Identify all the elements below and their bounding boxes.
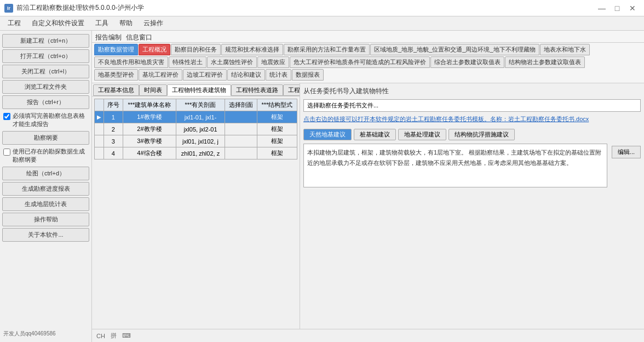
inner-tab-schedule[interactable]: 时间表 xyxy=(139,84,167,96)
tab-corrosion[interactable]: 水土腐蚀性评价 xyxy=(207,56,257,68)
row-section: jxl01, jxl102, j xyxy=(176,135,225,147)
tab-risk[interactable]: 危大工程评价和地质条件可能造成的工程风险评价 xyxy=(290,56,430,68)
file-select-display[interactable]: 选择勘察任务委托书文件... xyxy=(303,99,641,112)
rec-tab-anti-float[interactable]: 结构物抗浮措施建议 xyxy=(449,129,515,140)
building-properties-table: 序号 ***建筑单体名称 ***有关剖面 选择剖面 ***结构型式 ▶ 1 1#… xyxy=(94,99,297,159)
row-name: 4#综合楼 xyxy=(123,147,176,159)
edit-button[interactable]: 编辑... xyxy=(612,146,641,158)
tab-foundation-type[interactable]: 地基类型评价 xyxy=(94,69,138,81)
menu-item-settings[interactable]: 自定义和软件设置 xyxy=(26,18,90,30)
row-struct: 框架 xyxy=(257,111,297,123)
tab-data-report[interactable]: 数据报表 xyxy=(292,69,324,81)
encoding-label: CH xyxy=(96,333,105,339)
tab-foundation-pit[interactable]: 基坑工程评价 xyxy=(139,69,182,81)
tabs-container: 勘察数据管理 工程概况 勘察目的和任务 规范和技术标准选择 勘察采用的方法和工作… xyxy=(92,43,644,83)
tab-slope[interactable]: 边坡工程评价 xyxy=(183,69,227,81)
row-struct: 框架 xyxy=(257,147,297,159)
input-mode-label: 拼 xyxy=(111,332,117,340)
inner-tab-bridge-props[interactable]: 工程特性表桥梁 xyxy=(283,84,300,96)
inner-tab-building-props[interactable]: 工程物特性表建筑物 xyxy=(167,84,231,96)
row-num: 4 xyxy=(104,147,123,159)
keyboard-icon: ⌨ xyxy=(122,332,131,339)
col-struct-header: ***结构型式 xyxy=(257,99,297,111)
tab-bad-geology[interactable]: 不良地质作用和地质灾害 xyxy=(94,56,168,68)
window-controls: — □ ✕ xyxy=(595,3,640,14)
tab-conclusion[interactable]: 结论和建议 xyxy=(227,69,265,81)
col-name-header: ***建筑单体名称 xyxy=(123,99,176,111)
menu-item-tools[interactable]: 工具 xyxy=(90,18,114,30)
tab-surface-water[interactable]: 地表水和地下水 xyxy=(540,44,590,55)
main-layout: 新建工程（ctrl+n） 打开工程（ctrl+o） 关闭工程（ctrl+l） 浏… xyxy=(0,31,644,342)
template-link[interactable]: 点击右边的链接可以打开本软件规定的岩土工程勘察任务委托书模板。名称：岩土工程勘察… xyxy=(303,115,641,123)
browse-folder-button[interactable]: 浏览工程文件夹 xyxy=(2,80,89,94)
table-row[interactable]: 3 3#教学楼 jxl01, jxl102, j 框架 xyxy=(95,135,297,147)
minimize-button[interactable]: — xyxy=(595,3,609,14)
open-project-button[interactable]: 打开工程（ctrl+o） xyxy=(2,49,89,63)
report-notice-checkbox[interactable]: 必须填写完善勘察信息表格才能生成报告 xyxy=(2,111,89,129)
tab-statistics[interactable]: 统计表 xyxy=(266,69,291,81)
tab-soil-params[interactable]: 综合岩土参数建议取值表 xyxy=(430,56,504,68)
menu-item-project[interactable]: 工程 xyxy=(2,18,26,30)
progress-report-button[interactable]: 生成勘察进度报表 xyxy=(2,182,89,196)
tab-special-soil[interactable]: 特殊性岩土 xyxy=(169,56,206,68)
tab-seismic[interactable]: 地震效应 xyxy=(257,56,289,68)
tab-regional-geology[interactable]: 区域地质_地形_地貌_位置和交通_周边环境_地下不利理藏物 xyxy=(370,44,539,55)
new-project-button[interactable]: 新建工程（ctrl+n） xyxy=(2,34,89,48)
about-button[interactable]: 关于本软件... xyxy=(2,228,89,242)
row-name: 2#教学楼 xyxy=(123,123,176,135)
table-row[interactable]: 2 2#教学楼 jxl05, jxl2-01 框架 xyxy=(95,123,297,135)
tab-row-1: 勘察数据管理 工程概况 勘察目的和任务 规范和技术标准选择 勘察采用的方法和工作… xyxy=(94,44,642,55)
sidebar: 新建工程（ctrl+n） 打开工程（ctrl+o） 关闭工程（ctrl+l） 浏… xyxy=(0,31,92,342)
dev-info: 开发人员qq40469586 xyxy=(2,329,89,339)
maximize-button[interactable]: □ xyxy=(610,3,624,14)
row-struct: 框架 xyxy=(257,123,297,135)
row-num: 2 xyxy=(104,123,123,135)
col-arrow-header xyxy=(95,99,104,111)
table-row[interactable]: 4 4#综合楼 zhl01, zhl02, z 框架 xyxy=(95,147,297,159)
app-icon: Ir xyxy=(4,4,13,13)
help-button[interactable]: 操作帮助 xyxy=(2,213,89,226)
row-num: 1 xyxy=(104,111,123,123)
strata-stats-button[interactable]: 生成地层统计表 xyxy=(2,197,89,211)
inner-tab-road-props[interactable]: 工程特性表道路 xyxy=(231,84,283,96)
rec-content-area: 本拟建物为层建筑，框架，建筑物荷载较大，有1层地下室。 根据勘察结果，主建筑场地… xyxy=(303,144,641,187)
recommendation-tabs: 天然地基建议 桩基础建议 地基处理建议 结构物抗浮措施建议 xyxy=(303,129,641,140)
rec-tab-pile-foundation[interactable]: 桩基础建议 xyxy=(354,129,396,140)
tab-project-overview[interactable]: 工程概况 xyxy=(139,44,170,55)
tab-data-management[interactable]: 勘察数据管理 xyxy=(94,44,138,55)
data-table-container: 序号 ***建筑单体名称 ***有关剖面 选择剖面 ***结构型式 ▶ 1 1#… xyxy=(92,96,300,329)
menu-item-help[interactable]: 帮助 xyxy=(114,18,138,30)
inner-tab-basic-info[interactable]: 工程基本信息 xyxy=(93,84,139,96)
content-area: 报告编制 信息窗口 勘察数据管理 工程概况 勘察目的和任务 规范和技术标准选择 … xyxy=(92,31,644,342)
tab-structure-params[interactable]: 结构物岩土参数建议取值表 xyxy=(505,56,585,68)
close-project-button[interactable]: 关闭工程（ctrl+l） xyxy=(2,65,89,78)
rec-tab-ground-treatment[interactable]: 地基处理建议 xyxy=(398,129,446,140)
rec-tab-natural-foundation[interactable]: 天然地基建议 xyxy=(303,129,352,140)
table-row[interactable]: ▶ 1 1#教学楼 jxl1-01, jxl1- 框架 xyxy=(95,111,297,123)
use-existing-data-checkbox[interactable]: 使用已存在的勘探数据生成勘察纲要 xyxy=(2,146,89,165)
use-existing-data-label: 使用已存在的勘探数据生成勘察纲要 xyxy=(13,147,88,164)
tab-standards[interactable]: 规范和技术标准选择 xyxy=(221,44,283,55)
tab-row-3: 地基类型评价 基坑工程评价 边坡工程评价 结论和建议 统计表 数据报表 xyxy=(94,69,642,81)
right-panel: 从任务委托书导入建筑物特性 选择勘察任务委托书文件... 点击右边的链接可以打开… xyxy=(300,83,644,329)
tab-methods[interactable]: 勘察采用的方法和工作量布置 xyxy=(284,44,370,55)
file-select-row: 选择勘察任务委托书文件... xyxy=(303,99,641,112)
window-title: 前沿工程勘察数据处理软件5.0.0.0-泸州小学 xyxy=(16,3,144,13)
drawing-button[interactable]: 绘图（ctrl+d） xyxy=(2,167,89,180)
survey-outline-button[interactable]: 勘察纲要 xyxy=(2,131,89,145)
row-arrow xyxy=(95,147,104,159)
row-selected xyxy=(225,135,257,147)
title-bar: Ir 前沿工程勘察数据处理软件5.0.0.0-泸州小学 — □ ✕ xyxy=(0,0,644,16)
row-arrow xyxy=(95,123,104,135)
row-num: 3 xyxy=(104,135,123,147)
info-window-label: 信息窗口 xyxy=(126,33,152,42)
menu-item-cloud[interactable]: 云操作 xyxy=(138,18,169,30)
use-existing-data-check[interactable] xyxy=(3,149,10,156)
tab-row-2: 不良地质作用和地质灾害 特殊性岩土 水土腐蚀性评价 地震效应 危大工程评价和地质… xyxy=(94,56,642,68)
report-notice-check[interactable] xyxy=(3,113,10,120)
menu-bar: 工程 自定义和软件设置 工具 帮助 云操作 xyxy=(0,16,644,31)
report-button[interactable]: 报告（ctrl+r） xyxy=(2,95,89,109)
close-button[interactable]: ✕ xyxy=(625,3,640,14)
row-selected xyxy=(225,123,257,135)
tab-survey-purpose[interactable]: 勘察目的和任务 xyxy=(171,44,221,55)
